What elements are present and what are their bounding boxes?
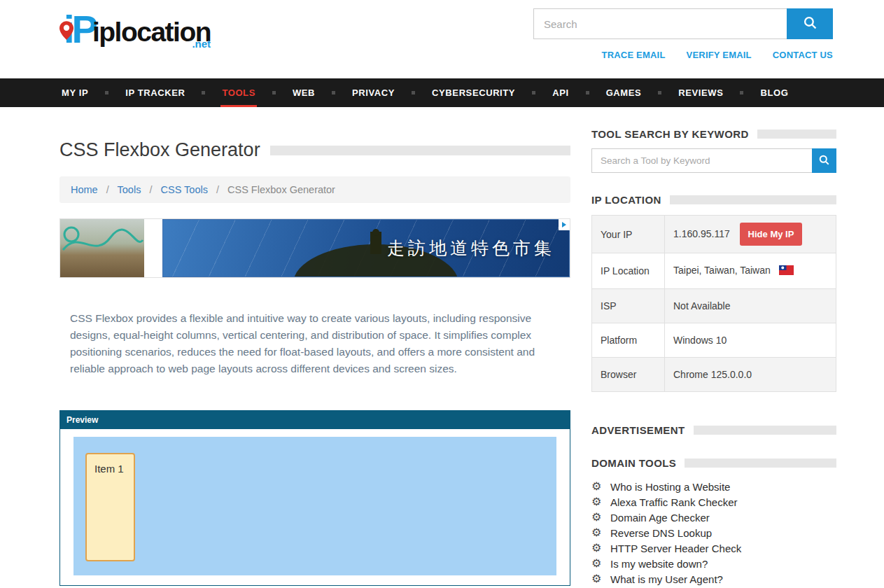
- page-content: CSS Flexbox Generator Home / Tools / CSS…: [0, 107, 884, 587]
- nav-separator: [532, 91, 535, 94]
- main-nav: MY IP IP TRACKER TOOLS WEB PRIVACY CYBER…: [0, 78, 884, 107]
- nav-item-tools[interactable]: TOOLS: [220, 78, 257, 107]
- domain-tool-link-alexa-rank[interactable]: ⚙ Alexa Traffic Rank Checker: [591, 494, 836, 510]
- hide-my-ip-button[interactable]: Hide My IP: [740, 223, 803, 246]
- nav-separator: [332, 91, 335, 94]
- ip-location-heading-row: IP LOCATION: [591, 194, 836, 206]
- ip-row-value-cell: Taipei, Taiwan, Taiwan: [665, 253, 836, 289]
- heading-decorative-bar: [670, 195, 836, 204]
- header-links: TRACE EMAIL VERIFY EMAIL CONTACT US: [602, 50, 833, 60]
- domain-tool-label: HTTP Server Header Check: [610, 542, 741, 554]
- advertisement-heading: ADVERTISEMENT: [591, 424, 685, 436]
- breadcrumb-separator: /: [216, 184, 219, 195]
- advertisement-heading-row: ADVERTISEMENT: [591, 424, 836, 436]
- nav-item-web[interactable]: WEB: [291, 78, 316, 107]
- tool-search: [591, 148, 836, 173]
- domain-tools-heading-row: DOMAIN TOOLS: [591, 457, 836, 469]
- search-icon: [819, 155, 829, 167]
- nav-item-ip-tracker[interactable]: IP TRACKER: [124, 78, 186, 107]
- table-row: Platform Windows 10: [592, 323, 836, 358]
- page-title: CSS Flexbox Generator: [59, 139, 260, 161]
- breadcrumb-separator: /: [149, 184, 152, 195]
- breadcrumb-tools[interactable]: Tools: [118, 184, 141, 195]
- nav-item-reviews[interactable]: REVIEWS: [677, 78, 724, 107]
- nav-separator: [202, 91, 205, 94]
- domain-tool-link-website-down[interactable]: ⚙ Is my website down?: [591, 556, 836, 571]
- ad-gap: [144, 219, 162, 277]
- domain-tool-label: Domain Age Checker: [610, 512, 710, 524]
- tool-search-input[interactable]: [591, 148, 812, 173]
- ad-photo-panel: [60, 219, 144, 277]
- title-row: CSS Flexbox Generator: [59, 139, 570, 161]
- nav-separator: [740, 91, 743, 94]
- ip-location-value: Taipei, Taiwan, Taiwan: [673, 265, 771, 276]
- site-logo[interactable]: iP iplocation .net: [59, 8, 211, 50]
- breadcrumb-home[interactable]: Home: [71, 184, 98, 195]
- nav-item-my-ip[interactable]: MY IP: [60, 78, 90, 107]
- nav-separator: [412, 91, 415, 94]
- ad-headline: 走訪地道特色市集: [387, 237, 555, 260]
- tool-description: CSS Flexbox provides a flexible and intu…: [59, 310, 570, 377]
- gear-icon: ⚙: [591, 481, 610, 492]
- domain-tools-heading: DOMAIN TOOLS: [591, 457, 676, 469]
- flex-preview-item[interactable]: Item 1: [85, 453, 135, 561]
- logo-tld: .net: [192, 29, 211, 59]
- nav-separator: [272, 91, 276, 94]
- link-verify-email[interactable]: VERIFY EMAIL: [687, 50, 752, 60]
- nav-item-privacy[interactable]: PRIVACY: [351, 78, 396, 107]
- flex-preview-container: Item 1: [73, 437, 556, 575]
- nav-item-api[interactable]: API: [551, 78, 570, 107]
- top-header: iP iplocation .net TRACE EMAIL VERIFY EM…: [0, 0, 884, 78]
- taiwan-flag-icon: [779, 266, 794, 277]
- heading-decorative-bar: [757, 130, 836, 139]
- ip-row-label: Platform: [592, 323, 665, 358]
- gear-icon: ⚙: [591, 527, 610, 538]
- domain-tool-link-user-agent[interactable]: ⚙ What is my User Agent?: [591, 571, 836, 587]
- domain-tool-label: Alexa Traffic Rank Checker: [610, 496, 737, 508]
- nav-separator: [658, 91, 661, 94]
- platform-value: Windows 10: [665, 323, 836, 358]
- ip-row-label: IP Location: [592, 253, 665, 289]
- main-column: CSS Flexbox Generator Home / Tools / CSS…: [59, 128, 570, 587]
- nav-separator: [105, 91, 108, 94]
- nav-item-blog[interactable]: BLOG: [759, 78, 790, 107]
- ip-row-label: Your IP: [592, 216, 665, 253]
- ip-row-value-cell: 1.160.95.117 Hide My IP: [665, 216, 836, 253]
- table-row: IP Location Taipei, Taiwan, Taiwan: [592, 253, 836, 289]
- adchoices-icon[interactable]: [559, 219, 570, 230]
- browser-value: Chrome 125.0.0.0: [665, 358, 836, 392]
- ip-row-label: ISP: [592, 289, 665, 323]
- domain-tool-label: Reverse DNS Lookup: [610, 527, 712, 539]
- your-ip-value: 1.160.95.117: [673, 228, 730, 239]
- domain-tool-label: Who is Hosting a Website: [610, 481, 730, 493]
- breadcrumb-css-tools[interactable]: CSS Tools: [160, 184, 207, 195]
- breadcrumb-current: CSS Flexbox Generator: [227, 184, 335, 195]
- logo-mark: iP: [59, 8, 95, 50]
- nav-item-cybersecurity[interactable]: CYBERSECURITY: [430, 78, 517, 107]
- breadcrumb: Home / Tools / CSS Tools / CSS Flexbox G…: [59, 176, 570, 203]
- preview-panel: Preview Item 1: [59, 410, 570, 586]
- link-trace-email[interactable]: TRACE EMAIL: [602, 50, 666, 60]
- domain-tool-link-domain-age[interactable]: ⚙ Domain Age Checker: [591, 510, 836, 525]
- isp-value: Not Available: [665, 289, 836, 323]
- search-input[interactable]: [533, 8, 787, 39]
- header-search: [533, 8, 833, 39]
- tool-search-button[interactable]: [812, 148, 836, 173]
- ad-banner[interactable]: 走訪地道特色市集: [59, 218, 570, 278]
- gear-icon: ⚙: [591, 512, 610, 523]
- domain-tool-link-hosting[interactable]: ⚙ Who is Hosting a Website: [591, 479, 836, 494]
- map-pin-icon: [59, 6, 73, 48]
- link-contact-us[interactable]: CONTACT US: [773, 50, 833, 60]
- table-row: Your IP 1.160.95.117 Hide My IP: [592, 216, 836, 253]
- table-row: Browser Chrome 125.0.0.0: [592, 358, 836, 392]
- nav-item-games[interactable]: GAMES: [605, 78, 643, 107]
- domain-tool-link-reverse-dns[interactable]: ⚙ Reverse DNS Lookup: [591, 525, 836, 540]
- ip-location-heading: IP LOCATION: [591, 194, 661, 206]
- ip-row-label: Browser: [592, 358, 665, 392]
- gear-icon: ⚙: [591, 542, 610, 554]
- search-icon: [804, 16, 817, 31]
- search-button[interactable]: [787, 8, 833, 39]
- domain-tool-label: Is my website down?: [610, 558, 708, 570]
- domain-tool-link-http-header[interactable]: ⚙ HTTP Server Header Check: [591, 540, 836, 556]
- breadcrumb-separator: /: [106, 184, 109, 195]
